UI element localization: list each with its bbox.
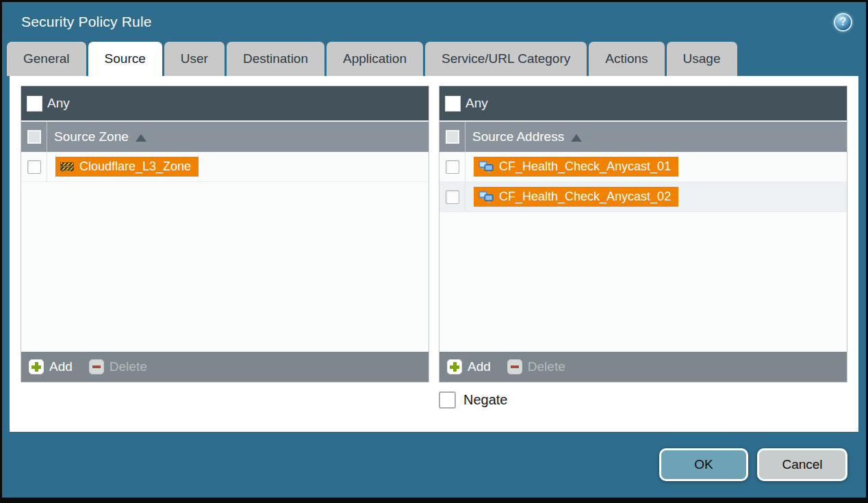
source-address-list: CF_Health_Check_Anycast_01: [439, 152, 847, 352]
address-icon: [478, 161, 494, 173]
tab-actions[interactable]: Actions: [589, 42, 664, 76]
sort-ascending-icon: [571, 134, 582, 142]
source-zone-column-label: Source Zone: [54, 129, 129, 144]
dialog-title: Security Policy Rule: [21, 14, 152, 30]
tab-user[interactable]: User: [164, 42, 225, 76]
tab-source[interactable]: Source: [88, 42, 162, 76]
security-policy-rule-dialog: Security Policy Rule ? General Source Us…: [0, 0, 868, 503]
source-address-any-label: Any: [465, 96, 488, 111]
source-address-column-header[interactable]: Source Address: [439, 120, 847, 152]
row-checkbox[interactable]: [446, 190, 459, 204]
negate-spacer: [21, 391, 429, 409]
tab-application[interactable]: Application: [327, 42, 423, 76]
help-icon[interactable]: ?: [834, 13, 852, 31]
address-chip-label: CF_Health_Check_Anycast_02: [499, 190, 671, 204]
ok-button[interactable]: OK: [659, 448, 748, 481]
tab-service-url-category[interactable]: Service/URL Category: [425, 42, 587, 76]
source-zone-list: Cloudflare_L3_Zone: [21, 152, 429, 352]
tab-destination[interactable]: Destination: [227, 42, 324, 76]
tab-general[interactable]: General: [7, 42, 86, 76]
zone-chip[interactable]: Cloudflare_L3_Zone: [55, 157, 199, 177]
source-address-any-checkbox[interactable]: [445, 96, 461, 112]
sort-ascending-icon: [136, 134, 146, 142]
negate-row: Negate: [21, 391, 847, 409]
titlebar: Security Policy Rule ?: [2, 2, 866, 42]
tab-usage[interactable]: Usage: [667, 42, 737, 76]
plus-icon: [29, 359, 44, 374]
dialog-footer: OK Cancel: [2, 432, 866, 498]
source-address-toolbar: Add Delete: [439, 352, 847, 382]
negate-label: Negate: [463, 392, 508, 408]
add-button[interactable]: Add: [29, 359, 73, 374]
source-zone-toolbar: Add Delete: [21, 352, 429, 382]
source-address-any-row: Any: [439, 86, 847, 120]
table-row[interactable]: Cloudflare_L3_Zone: [21, 152, 429, 182]
tab-bar: General Source User Destination Applicat…: [2, 42, 866, 76]
delete-button[interactable]: Delete: [507, 359, 565, 374]
source-zone-panel: Any Source Zone: [21, 86, 429, 383]
delete-button[interactable]: Delete: [89, 359, 147, 374]
minus-icon: [89, 359, 104, 374]
address-icon: [478, 191, 494, 203]
source-zone-select-all-checkbox[interactable]: [27, 130, 41, 144]
table-row[interactable]: CF_Health_Check_Anycast_01: [439, 152, 847, 182]
source-address-column-label: Source Address: [472, 129, 564, 144]
row-checkbox[interactable]: [27, 160, 41, 174]
address-chip[interactable]: CF_Health_Check_Anycast_01: [474, 157, 678, 177]
source-zone-any-row: Any: [21, 86, 429, 120]
zone-icon: [60, 162, 74, 172]
source-zone-any-label: Any: [47, 96, 70, 111]
address-chip[interactable]: CF_Health_Check_Anycast_02: [474, 187, 678, 207]
cancel-button[interactable]: Cancel: [757, 448, 847, 481]
table-row[interactable]: CF_Health_Check_Anycast_02: [439, 182, 847, 212]
source-address-select-all-checkbox[interactable]: [446, 130, 459, 144]
zone-chip-label: Cloudflare_L3_Zone: [79, 159, 191, 174]
address-chip-label: CF_Health_Check_Anycast_01: [499, 159, 671, 174]
row-checkbox[interactable]: [446, 160, 459, 174]
add-button[interactable]: Add: [447, 359, 491, 374]
negate-checkbox[interactable]: [439, 391, 456, 409]
source-zone-any-checkbox[interactable]: [27, 96, 42, 112]
plus-icon: [447, 359, 462, 374]
source-address-panel: Any Source Address: [439, 86, 847, 383]
minus-icon: [507, 359, 522, 374]
source-zone-column-header[interactable]: Source Zone: [21, 120, 429, 152]
source-tab-content: Any Source Zone: [10, 76, 858, 432]
